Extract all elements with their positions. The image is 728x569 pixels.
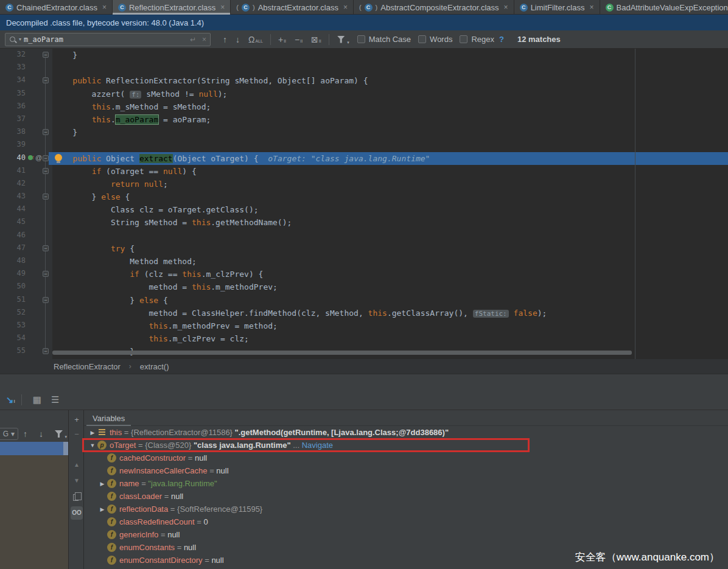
code-line-50[interactable]: 50 method = this.m_methodPrev; xyxy=(0,281,728,293)
select-all-occurrences-button[interactable]: ΩALL xyxy=(248,35,263,44)
show-watches-icon[interactable]: OO xyxy=(71,506,83,520)
code-line-43[interactable]: 43− } else { xyxy=(0,190,728,203)
variable-row-classLoader[interactable]: fclassLoader = null xyxy=(84,490,728,503)
previous-occurrence-button[interactable]: ↑ xyxy=(223,35,227,44)
code-line-34[interactable]: 34− public ReflectionExtractor(String sM… xyxy=(0,74,728,87)
code-line-41[interactable]: 41− if (oTarget == null) { xyxy=(0,165,728,178)
variable-row-cachedConstructor[interactable]: fcachedConstructor = null xyxy=(84,452,728,464)
variable-row-classRedefinedCount[interactable]: fclassRedefinedCount = 0 xyxy=(84,515,728,528)
horizontal-scrollbar[interactable] xyxy=(52,351,632,355)
breadcrumb-class[interactable]: ReflectionExtractor xyxy=(54,362,121,371)
fold-marker[interactable]: − xyxy=(43,129,49,135)
remove-selection-button[interactable]: −II xyxy=(295,35,303,44)
find-toolbar: ▾ m_aoParam ↵ × ↑ ↓ ΩALL +II −II ⊠II Mat… xyxy=(0,30,728,49)
expand-icon[interactable]: ▶ xyxy=(88,430,97,436)
code-line-49[interactable]: 49− if (clz == this.m_clzPrev) { xyxy=(0,268,728,281)
variable-row-name[interactable]: ▶fname = "java.lang.Runtime" xyxy=(84,477,728,490)
regex-checkbox[interactable] xyxy=(460,35,467,43)
search-input[interactable]: ▾ m_aoParam ↵ × xyxy=(5,33,211,46)
fold-marker[interactable]: − xyxy=(43,52,49,58)
newline-icon[interactable]: ↵ xyxy=(190,35,196,44)
tab-LimitFilter.class[interactable]: CLimitFilter.class× xyxy=(514,0,600,15)
variable-name: classRedefinedCount xyxy=(119,517,195,526)
fold-marker[interactable]: − xyxy=(43,77,49,83)
expand-icon[interactable]: ▶ xyxy=(97,506,107,512)
search-filter-icon[interactable] xyxy=(337,36,345,43)
code-text: this.m_clzPrev = clz; xyxy=(54,333,249,344)
toggle-selection-button[interactable]: ⊠II xyxy=(311,35,321,44)
search-query-text[interactable]: m_aoParam xyxy=(24,35,187,44)
tab-BadAttributeValueExpException.java[interactable]: CBadAttributeValueExpException.java× xyxy=(600,0,728,15)
code-line-44[interactable]: 44 Class clz = oTarget.getClass(); xyxy=(0,203,728,216)
regex-help-icon[interactable]: ? xyxy=(499,35,504,44)
code-line-54[interactable]: 54 this.m_clzPrev = clz; xyxy=(0,332,728,345)
code-line-39[interactable]: 39 xyxy=(0,139,728,152)
frame-up-icon[interactable]: ↑ xyxy=(23,429,27,439)
code-line-38[interactable]: 38− } xyxy=(0,126,728,139)
navigate-link[interactable]: Navigate xyxy=(302,441,333,450)
search-history-caret-icon[interactable]: ▾ xyxy=(19,37,21,42)
thread-dropdown[interactable]: G ▾ xyxy=(0,428,18,440)
code-line-46[interactable]: 46 xyxy=(0,229,728,242)
breadcrumb-method[interactable]: extract() xyxy=(140,362,169,371)
variable-row-oTarget[interactable]: ▼poTarget = {Class@520} "class java.lang… xyxy=(84,439,728,452)
code-line-35[interactable]: 35 azzert( f: sMethod != null); xyxy=(0,88,728,100)
remove-watch-icon[interactable]: − xyxy=(69,430,85,439)
frames-scrollbar[interactable] xyxy=(63,442,68,455)
frame-down-icon[interactable]: ↓ xyxy=(39,429,43,439)
code-line-52[interactable]: 52 method = ClassHelper.findMethod(clz, … xyxy=(0,307,728,319)
fold-marker[interactable]: − xyxy=(43,194,49,200)
variable-row-reflectionData[interactable]: ▶freflectionData = {SoftReference@11595} xyxy=(84,503,728,515)
selected-frame-row[interactable] xyxy=(0,442,63,455)
add-watch-icon[interactable]: + xyxy=(69,415,85,424)
code-line-48[interactable]: 48 Method method; xyxy=(0,255,728,268)
clear-search-icon[interactable]: × xyxy=(202,35,206,44)
tab-close-icon[interactable]: × xyxy=(343,3,348,12)
variable-row-genericInfo[interactable]: fgenericInfo = null xyxy=(84,528,728,541)
add-selection-button[interactable]: +II xyxy=(278,35,286,44)
tab-close-icon[interactable]: × xyxy=(504,3,508,12)
tab-ReflectionExtractor.class[interactable]: CReflectionExtractor.class× xyxy=(113,0,231,15)
intention-bulb-icon[interactable] xyxy=(55,154,62,161)
view-options-icon[interactable]: ☰ xyxy=(51,394,59,405)
copy-icon[interactable] xyxy=(73,494,79,501)
collapse-icon[interactable]: ▼ xyxy=(88,442,97,449)
fold-marker[interactable]: − xyxy=(43,348,49,354)
code-line-40[interactable]: 40↑@− public Object extract(Object oTarg… xyxy=(0,152,728,165)
expand-icon[interactable]: ▶ xyxy=(97,481,107,487)
code-editor[interactable]: 32− }3334− public ReflectionExtractor(St… xyxy=(0,49,728,359)
code-line-33[interactable]: 33 xyxy=(0,61,728,74)
words-checkbox[interactable] xyxy=(418,35,426,43)
tab-variables[interactable]: Variables xyxy=(86,410,131,426)
frames-filter-icon[interactable] xyxy=(55,430,63,438)
next-occurrence-button[interactable]: ↓ xyxy=(236,35,240,44)
tab-close-icon[interactable]: × xyxy=(102,3,107,12)
variable-row-this[interactable]: ▶this = {ReflectionExtractor@11586} ".ge… xyxy=(84,426,728,439)
line-number: 35 xyxy=(1,89,26,97)
code-line-36[interactable]: 36 this.m_sMethod = sMethod; xyxy=(0,100,728,113)
fold-marker[interactable]: − xyxy=(43,168,49,174)
tab-AbstractExtractor.class[interactable]: (C)AbstractExtractor.class× xyxy=(231,0,354,15)
fold-marker[interactable]: − xyxy=(43,155,49,161)
code-line-42[interactable]: 42 return null; xyxy=(0,178,728,190)
code-line-45[interactable]: 45 String sMethod = this.getMethodName()… xyxy=(0,216,728,229)
code-line-32[interactable]: 32− } xyxy=(0,49,728,61)
tab-AbstractCompositeExtractor.class[interactable]: (C)AbstractCompositeExtractor.class× xyxy=(354,0,514,15)
fold-marker[interactable]: − xyxy=(43,297,49,303)
code-line-53[interactable]: 53 this.m_methodPrev = method; xyxy=(0,319,728,332)
tab-close-icon[interactable]: × xyxy=(589,3,593,12)
fold-marker[interactable]: − xyxy=(43,245,49,251)
search-icon[interactable] xyxy=(9,36,16,43)
code-line-47[interactable]: 47− try { xyxy=(0,242,728,255)
layout-grid-icon[interactable]: ▦ xyxy=(33,394,41,405)
code-line-37[interactable]: 37 this.m_aoParam = aoParam; xyxy=(0,113,728,126)
move-watch-down-icon[interactable]: ▼ xyxy=(69,477,85,484)
move-watch-up-icon[interactable]: ▲ xyxy=(69,461,85,468)
match-case-checkbox[interactable] xyxy=(357,35,365,43)
code-line-51[interactable]: 51− } else { xyxy=(0,294,728,307)
tab-close-icon[interactable]: × xyxy=(220,3,225,12)
variable-row-newInstanceCallerCache[interactable]: fnewInstanceCallerCache = null xyxy=(84,464,728,477)
fold-marker[interactable]: − xyxy=(43,271,49,277)
force-step-into-icon[interactable]: ↘I xyxy=(6,394,15,405)
tab-ChainedExtractor.class[interactable]: CChainedExtractor.class× xyxy=(0,0,113,15)
